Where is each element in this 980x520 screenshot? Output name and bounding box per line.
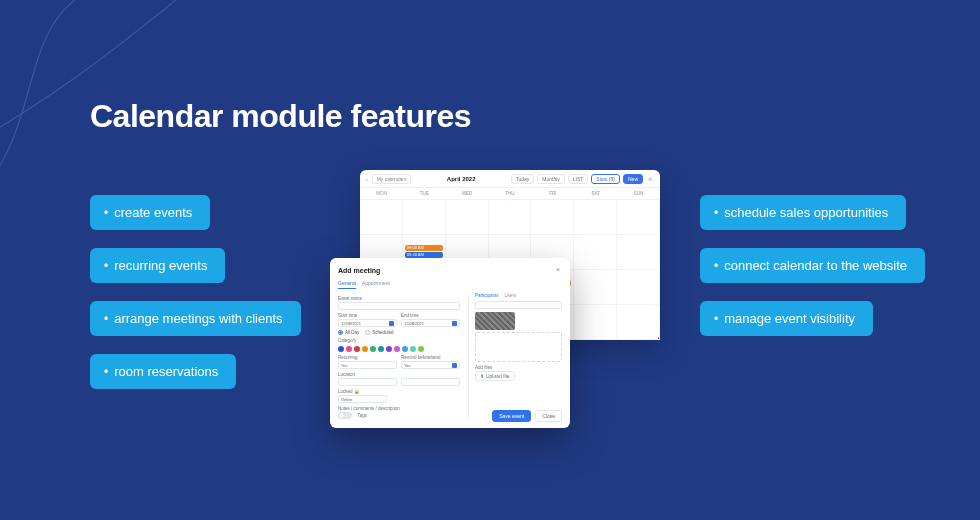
- upload-icon: ⬆: [480, 373, 484, 379]
- calendar-cell[interactable]: [446, 200, 489, 235]
- tab-users[interactable]: Users: [504, 293, 516, 298]
- add-meeting-modal: Add meeting × General Appointment Event …: [330, 258, 570, 428]
- label-location: Location: [338, 372, 397, 377]
- endtime-input[interactable]: 12/08/2021: [401, 319, 460, 327]
- participants-box: [475, 332, 562, 362]
- new-event-button[interactable]: New: [623, 174, 643, 184]
- endtime-value: 12/08/2021: [402, 321, 424, 326]
- bullet-icon: •: [104, 366, 108, 378]
- tab-participants[interactable]: Participants: [475, 293, 499, 298]
- calendar-cell[interactable]: [617, 270, 660, 305]
- chevron-down-icon[interactable]: [452, 363, 457, 368]
- close-icon[interactable]: ×: [554, 266, 562, 274]
- modal-title: Add meeting: [338, 267, 380, 274]
- recurring-select[interactable]: Yes: [338, 361, 397, 369]
- radio-allday[interactable]: All Day: [338, 330, 359, 335]
- save-button[interactable]: Save event: [492, 410, 531, 422]
- calendar-cell[interactable]: [531, 200, 574, 235]
- upload-button[interactable]: ⬆Upload file: [475, 371, 515, 381]
- day-label: WED: [446, 188, 489, 200]
- feature-chip: •manage event visibility: [700, 301, 873, 336]
- label-addfiles: Add files: [475, 365, 562, 370]
- radio-scheduled[interactable]: Scheduled: [365, 330, 393, 335]
- feature-chip: •recurring events: [90, 248, 225, 283]
- starttime-value: 12/08/2021: [339, 321, 361, 326]
- bullet-icon: •: [714, 313, 718, 325]
- today-button[interactable]: Today: [511, 174, 534, 184]
- feature-label: room reservations: [114, 364, 218, 379]
- view-monthly-button[interactable]: Monthly: [537, 174, 565, 184]
- label-tags: Tags: [357, 413, 367, 418]
- day-label: FRI: [531, 188, 574, 200]
- feature-label: manage event visibility: [724, 311, 855, 326]
- feature-chip: •arrange meetings with clients: [90, 301, 301, 336]
- calendar-cell[interactable]: [574, 305, 617, 340]
- notes-toggle[interactable]: [338, 412, 352, 419]
- calendar-icon[interactable]: [452, 321, 457, 326]
- label-recurring: Recurring: [338, 355, 397, 360]
- day-label: SUN: [617, 188, 660, 200]
- close-button[interactable]: Close: [535, 410, 562, 422]
- bullet-icon: •: [104, 260, 108, 272]
- features-right-column: •schedule sales opportunities •connect c…: [700, 195, 925, 336]
- feature-label: connect calendar to the website: [724, 258, 907, 273]
- calendar-icon[interactable]: [389, 321, 394, 326]
- calendar-cell[interactable]: [489, 200, 532, 235]
- remind-select[interactable]: Yes: [401, 361, 460, 369]
- radio-label: Scheduled: [372, 330, 393, 335]
- gear-icon[interactable]: ⚙: [646, 175, 654, 183]
- calendar-header: ‹ My calendars April 2022 Today Monthly …: [360, 170, 660, 188]
- calendar-month-title: April 2022: [447, 176, 476, 182]
- tab-general[interactable]: General: [338, 278, 356, 289]
- bullet-icon: •: [714, 260, 718, 272]
- eventname-input[interactable]: [338, 302, 460, 310]
- calendar-cell[interactable]: [360, 200, 403, 235]
- participants-input[interactable]: [475, 301, 562, 309]
- page-title: Calendar module features: [90, 98, 471, 135]
- tab-appointment[interactable]: Appointment: [362, 278, 390, 289]
- calendar-cell[interactable]: [574, 270, 617, 305]
- lock-icon: 🔒: [354, 389, 360, 394]
- feature-label: recurring events: [114, 258, 207, 273]
- calendar-cell[interactable]: [574, 200, 617, 235]
- features-left-column: •create events •recurring events •arrang…: [90, 195, 301, 389]
- feature-chip: •connect calendar to the website: [700, 248, 925, 283]
- label-category: Category: [338, 338, 460, 343]
- remind-value: Yes: [402, 363, 411, 368]
- label-locked: Locked 🔒: [338, 389, 460, 394]
- locked-value: Online: [339, 397, 353, 402]
- label-remind: Remind beforehand: [401, 355, 460, 360]
- view-list-button[interactable]: LIST: [568, 174, 589, 184]
- radio-label: All Day: [345, 330, 359, 335]
- location-input[interactable]: [338, 378, 397, 386]
- day-label: TUE: [403, 188, 446, 200]
- label-starttime: Start time: [338, 313, 397, 318]
- calendar-cell[interactable]: [574, 235, 617, 270]
- upload-label: Upload file: [486, 373, 510, 379]
- calendar-cell[interactable]: [617, 235, 660, 270]
- modal-tabs: General Appointment: [338, 278, 562, 289]
- feature-chip: •room reservations: [90, 354, 236, 389]
- calendar-cell[interactable]: [617, 200, 660, 235]
- recurring-value: Yes: [339, 363, 348, 368]
- calendar-cell[interactable]: [617, 305, 660, 340]
- feature-chip: •create events: [90, 195, 210, 230]
- label-endtime: End time: [401, 313, 460, 318]
- participant-thumb: [475, 312, 515, 330]
- calendar-day-header: MON TUE WED THU FRI SAT SUN: [360, 188, 660, 200]
- locked-select[interactable]: Online: [338, 395, 387, 403]
- bullet-icon: •: [104, 207, 108, 219]
- calendar-picker[interactable]: My calendars: [372, 174, 412, 184]
- feature-chip: •schedule sales opportunities: [700, 195, 906, 230]
- feature-label: create events: [114, 205, 192, 220]
- view-slots-button[interactable]: Slots (3): [591, 174, 620, 184]
- day-label: THU: [489, 188, 532, 200]
- starttime-input[interactable]: 12/08/2021: [338, 319, 397, 327]
- chevron-left-icon[interactable]: ‹: [366, 176, 368, 182]
- bullet-icon: •: [714, 207, 718, 219]
- label-notes: Notes / comments / description: [338, 406, 460, 411]
- feature-label: arrange meetings with clients: [114, 311, 282, 326]
- calendar-cell[interactable]: [403, 200, 446, 235]
- location-extra-input[interactable]: [401, 378, 460, 386]
- calendar-event[interactable]: 09:00 AM: [405, 245, 443, 251]
